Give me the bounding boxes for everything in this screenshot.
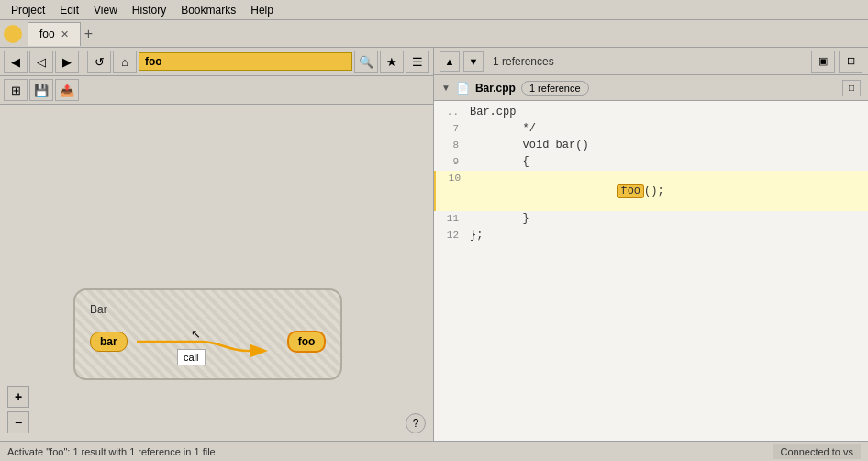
code-line-8: 8 void bar() [434, 138, 868, 154]
reload-button[interactable]: ↺ [87, 51, 111, 73]
zoom-out-button[interactable]: − [7, 411, 29, 433]
line-10-before [538, 185, 617, 197]
line-num-10: 10 [436, 173, 468, 184]
forward-button[interactable]: ▶ [55, 51, 79, 73]
line-num-9: 9 [434, 156, 466, 167]
line-10-after: (); [644, 185, 664, 197]
line-content-filename: Bar.cpp [466, 106, 516, 118]
tabbar: foo ✕ + [0, 20, 868, 48]
line-num-7: 7 [434, 123, 466, 134]
line-content-7: */ [466, 122, 536, 135]
back-button[interactable]: ◀ [4, 51, 28, 73]
right-panel: ▲ ▼ 1 references ▣ ⊡ ▼ 📄 Bar.cpp 1 refer… [434, 48, 868, 441]
tab-label: foo [39, 28, 55, 40]
tab-foo[interactable]: foo ✕ [28, 22, 81, 46]
view-mode-2-button[interactable]: ⊡ [839, 51, 862, 73]
code-line-9: 9 { [434, 154, 868, 171]
diagram-area: Bar bar ↖ [0, 105, 433, 441]
left-panel: ◀ ◁ ▶ ↺ ⌂ foo 🔍 ★ ☰ ⊞ 💾 📤 Bar [0, 48, 434, 441]
view-mode-1-button[interactable]: ▣ [811, 51, 835, 73]
diagram-nodes: Bar bar ↖ [73, 288, 342, 380]
file-icon: 📄 [456, 82, 470, 95]
code-dots-line: .. Bar.cpp [434, 105, 868, 121]
line-content-8: void bar() [466, 139, 589, 152]
line-num-11: 11 [434, 213, 466, 224]
save-button[interactable]: 💾 [29, 79, 53, 101]
line-content-9: { [466, 155, 529, 168]
next-reference-button[interactable]: ▼ [463, 51, 484, 72]
tab-close-button[interactable]: ✕ [61, 28, 69, 40]
tab-indicator [4, 25, 22, 43]
code-line-12: 12 }; [434, 228, 868, 244]
line-num-12: 12 [434, 230, 466, 241]
bar-node[interactable]: bar [90, 332, 128, 352]
search-box: foo [139, 52, 352, 71]
foo-node[interactable]: foo [287, 331, 327, 353]
new-tab-button[interactable]: + [84, 26, 93, 42]
diagram-toolbar: ⊞ 💾 📤 [0, 76, 433, 105]
menu-edit[interactable]: Edit [52, 2, 86, 18]
zoom-controls: + − [7, 386, 29, 433]
references-toolbar: ▲ ▼ 1 references ▣ ⊡ [434, 48, 868, 75]
layout-button[interactable]: ⊞ [4, 79, 28, 101]
separator [83, 52, 83, 71]
bar-container: Bar bar ↖ [73, 288, 342, 380]
line-content-11: } [466, 212, 529, 225]
file-name: Bar.cpp [475, 82, 516, 95]
bookmark-button[interactable]: ★ [380, 51, 404, 73]
back2-button[interactable]: ◁ [29, 51, 53, 73]
menu-bookmarks[interactable]: Bookmarks [173, 2, 243, 18]
call-label: call [177, 349, 206, 365]
home-button[interactable]: ⌂ [113, 51, 137, 73]
bar-title: Bar [90, 303, 326, 316]
help-button[interactable]: ? [406, 413, 426, 433]
search-button[interactable]: 🔍 [354, 51, 378, 73]
line-num-8: 8 [434, 140, 466, 151]
arrow-svg [128, 323, 284, 360]
code-line-11: 11 } [434, 211, 868, 228]
search-value: foo [145, 55, 162, 68]
foo-highlight: foo [617, 184, 644, 198]
line-content-10: foo(); [468, 172, 664, 210]
main-container: ◀ ◁ ▶ ↺ ⌂ foo 🔍 ★ ☰ ⊞ 💾 📤 Bar [0, 48, 868, 441]
menu-button[interactable]: ☰ [406, 51, 429, 73]
file-reference-badge: 1 reference [521, 81, 589, 96]
menubar: Project Edit View History Bookmarks Help [0, 0, 868, 20]
menu-history[interactable]: History [125, 2, 173, 18]
navigation-toolbar: ◀ ◁ ▶ ↺ ⌂ foo 🔍 ★ ☰ [0, 48, 433, 76]
status-right-text: Connected to vs [773, 444, 862, 459]
zoom-in-button[interactable]: + [7, 386, 29, 408]
collapse-triangle-icon[interactable]: ▼ [441, 83, 451, 93]
prev-reference-button[interactable]: ▲ [440, 51, 460, 72]
menu-view[interactable]: View [86, 2, 125, 18]
code-view: .. Bar.cpp 7 */ 8 void bar() 9 { [434, 101, 868, 441]
reference-count: 1 references [487, 55, 807, 68]
line-num-dots: .. [434, 107, 466, 118]
code-line-10: 10 foo(); [434, 171, 868, 211]
menu-project[interactable]: Project [4, 2, 52, 18]
statusbar: Activate "foo": 1 result with 1 referenc… [0, 441, 868, 461]
export-button[interactable]: 📤 [55, 79, 79, 101]
file-expand-button[interactable]: □ [842, 80, 861, 96]
menu-help[interactable]: Help [243, 2, 281, 18]
status-left-text: Activate "foo": 1 result with 1 referenc… [7, 446, 216, 457]
file-header: ▼ 📄 Bar.cpp 1 reference □ [434, 75, 868, 101]
code-line-7: 7 */ [434, 121, 868, 138]
line-content-12: }; [466, 229, 483, 242]
